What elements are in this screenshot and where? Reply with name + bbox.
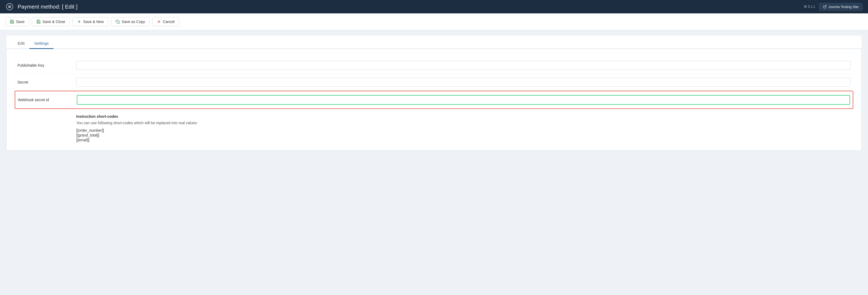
save-icon bbox=[10, 20, 14, 24]
webhook-secret-label: Webhook secret id bbox=[18, 98, 77, 102]
shortcode-list: [[order_number]] [[grand_total]] [[email… bbox=[76, 128, 850, 142]
info-section: Instruction short-codes You can use foll… bbox=[18, 109, 850, 142]
secret-label: Secret bbox=[18, 80, 76, 84]
form-row-secret: Secret bbox=[18, 74, 850, 91]
info-title: Instruction short-codes bbox=[76, 114, 850, 119]
cancel-button[interactable]: Cancel bbox=[152, 17, 179, 26]
svg-point-2 bbox=[9, 6, 10, 7]
toolbar: Save Save & Close Save & New Sav bbox=[0, 13, 868, 30]
shortcode-grand-total: [[grand_total]] bbox=[76, 133, 850, 137]
site-link-button[interactable]: Joomla Testing Site bbox=[819, 3, 863, 11]
topbar-right: ⌘ 5.1.1 Joomla Testing Site bbox=[804, 3, 863, 11]
version-badge: ⌘ 5.1.1 bbox=[804, 5, 815, 8]
main-content: Edit Settings Publishable Key Secret Web… bbox=[0, 30, 868, 156]
save-copy-icon bbox=[116, 20, 120, 24]
form-row-webhook-secret: Webhook secret id bbox=[15, 91, 853, 109]
publishable-key-input[interactable] bbox=[76, 61, 850, 70]
publishable-key-label: Publishable Key bbox=[18, 63, 76, 67]
site-link-label: Joomla Testing Site bbox=[829, 5, 859, 9]
info-description: You can use following short-codes which … bbox=[76, 121, 850, 125]
external-link-icon bbox=[823, 5, 827, 8]
save-new-label: Save & New bbox=[83, 20, 104, 24]
save-copy-button[interactable]: Save as Copy bbox=[111, 17, 150, 26]
save-button[interactable]: Save bbox=[5, 17, 29, 26]
cancel-label: Cancel bbox=[163, 20, 175, 24]
save-close-button[interactable]: Save & Close bbox=[32, 17, 70, 26]
tab-edit[interactable]: Edit bbox=[13, 38, 29, 49]
form-row-publishable-key: Publishable Key bbox=[18, 57, 850, 74]
save-new-button[interactable]: Save & New bbox=[72, 17, 108, 26]
secret-input[interactable] bbox=[76, 78, 850, 87]
page-title: Payment method: [ Edit ] bbox=[18, 4, 78, 10]
save-label: Save bbox=[16, 20, 25, 24]
tab-settings[interactable]: Settings bbox=[29, 38, 54, 49]
cancel-icon bbox=[157, 20, 161, 24]
save-new-icon bbox=[77, 20, 81, 24]
joomla-logo-icon bbox=[5, 2, 14, 11]
page-wrapper: Edit Settings Publishable Key Secret Web… bbox=[0, 30, 868, 295]
topbar: Payment method: [ Edit ] ⌘ 5.1.1 Joomla … bbox=[0, 0, 868, 13]
topbar-left: Payment method: [ Edit ] bbox=[5, 2, 78, 11]
save-copy-label: Save as Copy bbox=[122, 20, 145, 24]
webhook-secret-input[interactable] bbox=[77, 95, 850, 105]
shortcode-email: [[email]] bbox=[76, 138, 850, 142]
shortcode-order-number: [[order_number]] bbox=[76, 128, 850, 132]
save-close-icon bbox=[36, 20, 41, 24]
tabs: Edit Settings bbox=[6, 36, 862, 49]
form-container: Publishable Key Secret Webhook secret id… bbox=[6, 49, 862, 150]
save-close-label: Save & Close bbox=[42, 20, 65, 24]
svg-rect-5 bbox=[117, 21, 120, 24]
